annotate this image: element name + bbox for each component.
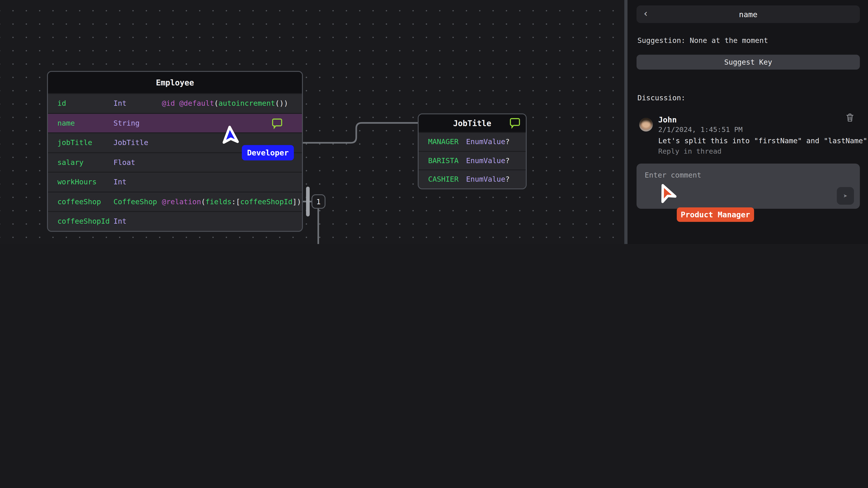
- suggest-key-button[interactable]: Suggest Key: [637, 55, 860, 70]
- delete-comment-icon[interactable]: [846, 113, 854, 122]
- enum-value-type: EnumValue?: [466, 175, 510, 184]
- schema-canvas[interactable]: Employee id Int @id @default(autoincreme…: [0, 0, 624, 244]
- comment-body: Let's split this into "firstName" and "l…: [658, 136, 867, 145]
- field-type: Int: [114, 217, 162, 226]
- field-name: name: [57, 119, 114, 127]
- table-title: Employee: [156, 78, 194, 87]
- reply-in-thread-link[interactable]: Reply in thread: [658, 147, 721, 156]
- schema-editor-app: Employee id Int @id @default(autoincreme…: [0, 0, 868, 244]
- comment-bubble-icon[interactable]: [509, 118, 520, 129]
- enum-value-type: EnumValue?: [466, 156, 510, 165]
- table-row-selected[interactable]: name String: [48, 113, 302, 132]
- field-name: coffeeShopId: [57, 217, 114, 226]
- entity-table-jobtitle[interactable]: JobTitle MANAGER EnumValue? BARISTA Enum…: [418, 113, 527, 189]
- collaborator-cursor-product-manager: [659, 182, 683, 207]
- field-type: Int: [114, 178, 162, 186]
- table-title: JobTitle: [453, 119, 491, 128]
- field-name: workHours: [57, 178, 114, 186]
- field-type: Float: [114, 158, 162, 167]
- sidebar-title: name: [739, 10, 757, 19]
- field-name: id: [57, 99, 114, 108]
- enum-value-name: BARISTA: [428, 156, 466, 165]
- field-type: Int: [114, 99, 162, 108]
- comment-timestamp: 2/1/2024, 1:45:51 PM: [658, 126, 743, 134]
- field-attributes: @id @default(autoincrement()): [162, 99, 288, 108]
- cursor-label-product-manager: Product Manager: [677, 207, 754, 222]
- wire-employee-jobtitle: [303, 123, 418, 143]
- field-name: jobTitle: [57, 138, 114, 147]
- wire-badge-to-label: [309, 209, 318, 244]
- field-attributes: @relation(fields:[coffeeShopId]): [162, 197, 301, 206]
- cardinality-badge: 1: [311, 194, 326, 209]
- back-chevron-icon[interactable]: ‹: [643, 7, 649, 20]
- field-name: coffeeShop: [57, 197, 114, 206]
- comment-author: John: [658, 115, 677, 124]
- enum-value-name: MANAGER: [428, 138, 466, 146]
- enum-value-type: EnumValue?: [466, 138, 510, 146]
- panel-divider[interactable]: [624, 0, 627, 244]
- field-type: String: [114, 119, 162, 127]
- table-header[interactable]: Employee: [48, 72, 302, 93]
- table-row[interactable]: workHours Int: [48, 172, 302, 191]
- table-header[interactable]: JobTitle: [418, 114, 526, 132]
- suggestion-text: Suggestion: None at the moment: [638, 36, 768, 45]
- field-type: JobTitle: [114, 138, 162, 147]
- cursor-label-developer: Developer: [242, 145, 294, 160]
- table-row[interactable]: BARISTA EnumValue?: [418, 151, 526, 169]
- table-row[interactable]: coffeeShopId Int: [48, 211, 302, 231]
- send-icon: ➤: [843, 192, 847, 200]
- send-comment-button[interactable]: ➤: [837, 187, 854, 205]
- discussion-heading: Discussion:: [638, 94, 685, 102]
- enum-value-name: CASHIER: [428, 175, 466, 184]
- cardinality-one-marker: [306, 187, 310, 217]
- field-name: salary: [57, 158, 114, 167]
- table-row[interactable]: coffeeShop CoffeeShop @relation(fields:[…: [48, 191, 302, 211]
- comment-bubble-icon[interactable]: [272, 118, 283, 129]
- table-row[interactable]: id Int @id @default(autoincrement()): [48, 93, 302, 113]
- field-type: CoffeeShop: [114, 197, 162, 206]
- sidebar-header: ‹ name: [637, 5, 860, 23]
- avatar: [639, 118, 653, 131]
- table-row[interactable]: MANAGER EnumValue?: [418, 132, 526, 151]
- table-row[interactable]: CASHIER EnumValue?: [418, 169, 526, 188]
